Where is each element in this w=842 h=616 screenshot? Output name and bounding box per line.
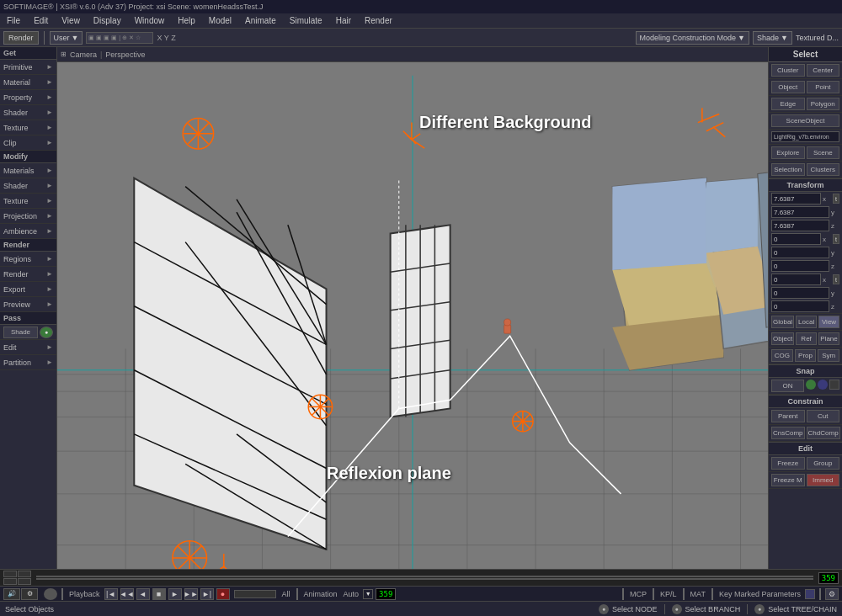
z-input1[interactable]	[771, 220, 829, 231]
sidebar-regions[interactable]: Regions►	[0, 252, 56, 267]
ref-btn[interactable]: Ref	[796, 332, 817, 345]
x-input2[interactable]	[771, 233, 821, 245]
x-toggle1[interactable]: t	[833, 194, 839, 204]
z-input3[interactable]	[771, 300, 829, 312]
viewport[interactable]: ⊞ Camera | Perspective	[57, 47, 768, 569]
scene-object-btn[interactable]: SceneObject	[771, 114, 839, 127]
parent-btn[interactable]: Parent	[771, 410, 805, 422]
x-input1[interactable]	[771, 193, 821, 204]
menu-window[interactable]: Window	[131, 15, 168, 26]
cut-btn[interactable]: Cut	[807, 410, 840, 422]
sidebar-render[interactable]: Render►	[0, 267, 56, 282]
x-input3[interactable]	[771, 273, 821, 285]
toolbar-user[interactable]: User ▼	[50, 31, 83, 45]
immed-btn[interactable]: Immed	[807, 474, 840, 486]
camera-label[interactable]: Camera	[70, 50, 97, 59]
chdcomp-btn[interactable]: ChdComp	[807, 427, 840, 439]
sidebar-projection[interactable]: Projection►	[0, 209, 56, 224]
auto-toggle[interactable]: ▼	[363, 589, 373, 599]
construction-mode[interactable]: Modeling Construction Mode ▼	[636, 31, 749, 45]
snap-toggle3[interactable]	[829, 380, 839, 390]
menu-display[interactable]: Display	[90, 15, 125, 26]
sidebar-property[interactable]: Property►	[0, 90, 56, 105]
snap-toggle1[interactable]	[806, 380, 816, 390]
timeline-icon4[interactable]	[18, 578, 31, 585]
menu-simulate[interactable]: Simulate	[286, 15, 326, 26]
timeline-icon3[interactable]	[3, 578, 17, 585]
sidebar-materials[interactable]: Materials►	[0, 163, 56, 178]
menu-view[interactable]: View	[58, 15, 83, 26]
y-input3[interactable]	[771, 287, 829, 299]
timeline-icon2[interactable]	[18, 571, 31, 577]
sidebar-shader[interactable]: Shader►	[0, 105, 56, 120]
local-btn[interactable]: Local	[796, 316, 817, 328]
light-rig-dropdown[interactable]: LightRig_v7b.environ	[771, 131, 839, 142]
selection-btn[interactable]: Selection	[771, 163, 805, 176]
transport-icon2[interactable]: ⚙	[21, 588, 38, 600]
sidebar-mod-shader[interactable]: Shader►	[0, 178, 56, 194]
sidebar-export[interactable]: Export►	[0, 282, 56, 297]
sidebar-ambience[interactable]: Ambience►	[0, 224, 56, 239]
shade-circle[interactable]: ●	[40, 327, 53, 338]
timeline-track1[interactable]	[36, 576, 813, 577]
x-toggle2[interactable]: t	[833, 234, 839, 244]
menu-file[interactable]: File	[3, 15, 24, 26]
menu-model[interactable]: Model	[205, 15, 235, 26]
menu-render[interactable]: Render	[361, 15, 396, 26]
view-btn[interactable]: View	[818, 316, 839, 328]
settings-btn[interactable]: ⚙	[825, 588, 839, 600]
transport-circle[interactable]	[44, 588, 57, 600]
x-toggle3[interactable]: t	[833, 274, 839, 284]
sidebar-material[interactable]: Material►	[0, 75, 56, 90]
btn-next[interactable]: ►►	[184, 588, 198, 600]
cog-btn[interactable]: COG	[771, 349, 793, 362]
snap-on-btn[interactable]: ON	[771, 380, 804, 392]
sidebar-mod-texture[interactable]: Texture►	[0, 194, 56, 209]
y-input2[interactable]	[771, 247, 829, 258]
cnscomp-btn[interactable]: CnsComp	[771, 427, 805, 439]
menu-animate[interactable]: Animate	[242, 15, 280, 26]
sym-btn[interactable]: Sym	[818, 349, 839, 362]
sidebar-partition[interactable]: Partition►	[0, 355, 56, 370]
timeline-icon1[interactable]	[3, 571, 17, 577]
freeze-btn[interactable]: Freeze	[771, 457, 805, 470]
btn-skip-end[interactable]: ►|	[200, 588, 214, 600]
y-input1[interactable]	[771, 206, 829, 218]
group-btn[interactable]: Group	[807, 457, 840, 470]
sidebar-edit[interactable]: Edit►	[0, 340, 56, 355]
z-input2[interactable]	[771, 260, 829, 272]
explore-btn[interactable]: Explore	[771, 146, 805, 159]
btn-skip-start[interactable]: |◄	[104, 588, 118, 600]
edge-btn[interactable]: Edge	[771, 98, 805, 110]
clusters-btn[interactable]: Clusters	[807, 163, 840, 176]
object-btn[interactable]: Object	[771, 81, 805, 93]
sidebar-texture[interactable]: Texture►	[0, 120, 56, 135]
timeline-track2[interactable]	[36, 578, 813, 580]
center-btn[interactable]: Center	[807, 64, 840, 77]
perspective-label[interactable]: Perspective	[105, 50, 145, 59]
prop-btn[interactable]: Prop	[795, 349, 817, 362]
plane-btn[interactable]: Plane	[818, 332, 839, 345]
scene-btn[interactable]: Scene	[807, 146, 840, 159]
toolbar-context[interactable]: Render	[3, 31, 39, 45]
point-btn[interactable]: Point	[807, 81, 840, 93]
menu-edit[interactable]: Edit	[30, 15, 51, 26]
global-btn[interactable]: Global	[771, 316, 794, 328]
btn-record[interactable]: ●	[216, 588, 230, 600]
btn-prev[interactable]: ◄◄	[120, 588, 134, 600]
menu-hair[interactable]: Hair	[333, 15, 354, 26]
cluster-btn[interactable]: Cluster	[771, 64, 805, 77]
sidebar-clip[interactable]: Clip►	[0, 135, 56, 151]
transport-slider[interactable]	[234, 590, 276, 598]
menu-help[interactable]: Help	[174, 15, 199, 26]
btn-play-back[interactable]: ◄	[136, 588, 150, 600]
shade-btn[interactable]: Shade	[3, 327, 38, 338]
btn-play[interactable]: ►	[168, 588, 182, 600]
object2-btn[interactable]: Object	[771, 332, 794, 345]
btn-stop[interactable]: ■	[152, 588, 166, 600]
freeze-m-btn[interactable]: Freeze M	[771, 474, 805, 486]
sidebar-primitive[interactable]: Primitive►	[0, 60, 56, 75]
key-btn[interactable]	[805, 589, 815, 599]
shade-mode[interactable]: Shade ▼	[753, 31, 792, 45]
sidebar-preview[interactable]: Preview►	[0, 297, 56, 312]
